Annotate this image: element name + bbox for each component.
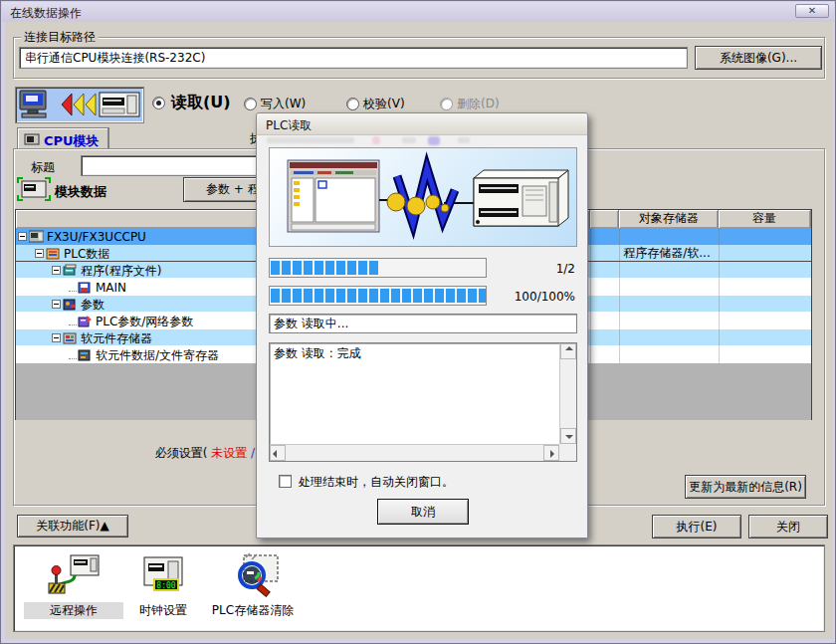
- tree-expander-icon[interactable]: [18, 232, 27, 241]
- device-data-icon: [78, 348, 93, 361]
- title-field-label: 标题: [31, 159, 55, 176]
- delete-radio-label: 删除(D): [457, 96, 500, 112]
- column-header-capacity[interactable]: 容量: [719, 210, 811, 228]
- tree-expander-icon[interactable]: [35, 249, 44, 258]
- tree-connector: [69, 350, 77, 359]
- tree-expander-icon[interactable]: [52, 266, 61, 275]
- write-radio-label: 写入(W): [261, 96, 306, 112]
- scroll-left-icon[interactable]: [270, 445, 286, 461]
- auto-close-checkbox[interactable]: [279, 475, 292, 488]
- tab-cpu-module[interactable]: CPU模块: [17, 127, 108, 149]
- refresh-info-button[interactable]: 更新为最新的信息(R): [685, 475, 806, 499]
- tree-connector: [69, 317, 77, 325]
- plc-memory-clear-label: PLC存储器清除: [198, 602, 308, 619]
- plc-read-dialog: PLC读取: [256, 112, 588, 538]
- clock-setting-item[interactable]: 8:00 时钟设置: [118, 553, 208, 619]
- file-progress-label: 1/2: [496, 262, 575, 276]
- tree-item-label: FX3U/FX3UCCPU: [47, 229, 146, 245]
- plc-cpu-icon: [29, 230, 44, 243]
- transfer-graphic: [269, 147, 577, 247]
- total-progress-label: 100/100%: [496, 290, 575, 304]
- capacity-cell: [719, 346, 811, 363]
- scroll-up-icon[interactable]: [560, 343, 576, 359]
- target-memory-cell: 程序存储器/软...: [619, 245, 719, 262]
- horizontal-scrollbar[interactable]: [270, 444, 559, 461]
- related-functions-panel: 远程操作 8:00 时钟设置 PLC存储器清除: [13, 544, 825, 632]
- scrollbar-corner: [559, 444, 576, 461]
- system-image-button[interactable]: 系统图像(G)...: [695, 46, 822, 70]
- capacity-cell: [719, 313, 811, 329]
- plc-read-dialog-titlebar[interactable]: PLC读取: [257, 113, 587, 135]
- auto-close-label: 处理结束时，自动关闭窗口。: [299, 474, 454, 491]
- tab-separator: [108, 127, 109, 148]
- connection-path-field[interactable]: 串行通信CPU模块连接(RS-232C): [19, 47, 688, 69]
- verify-radio-label: 校验(V): [363, 96, 405, 112]
- pc-to-plc-read-icon: [15, 87, 144, 123]
- target-memory-cell: [619, 329, 719, 346]
- svg-text:8:00: 8:00: [156, 581, 175, 590]
- capacity-cell: [719, 245, 811, 262]
- pc-read-plc-graphic-icon: [16, 88, 143, 122]
- connection-group-label: 连接目标路径: [21, 29, 99, 46]
- target-memory-cell: [619, 279, 719, 296]
- remote-operation-icon: [45, 553, 103, 597]
- watermark: [263, 135, 561, 145]
- cancel-button[interactable]: 取消: [377, 499, 469, 525]
- cpu-module-tab-icon: [24, 133, 40, 145]
- plc-network-param-icon: [78, 315, 93, 327]
- tree-item-label: 软元件数据/文件寄存器: [96, 347, 219, 363]
- column-header-hidden[interactable]: [590, 210, 619, 228]
- required-setting-legend: 必须设置( 未设置 /: [96, 445, 255, 462]
- file-progress-bar: [269, 258, 487, 278]
- device-memory-icon: [63, 331, 78, 344]
- main-program-icon: [78, 281, 93, 294]
- tree-item-label: PLC数据: [64, 246, 109, 262]
- write-radio[interactable]: [244, 98, 257, 110]
- log-text: 参数 读取 : 完成: [274, 345, 361, 362]
- delete-radio: [440, 98, 453, 110]
- execute-button[interactable]: 执行(E): [652, 515, 741, 538]
- plc-data-icon: [46, 247, 61, 260]
- capacity-cell: [719, 262, 811, 279]
- tree-expander-icon[interactable]: [52, 300, 61, 309]
- target-memory-cell: [619, 346, 719, 363]
- plc-memory-clear-icon: [222, 551, 284, 597]
- tree-item-label: 参数: [81, 297, 104, 313]
- total-progress-bar: [269, 286, 487, 306]
- read-radio[interactable]: [152, 97, 165, 109]
- tree-item-label: 程序(程序文件): [81, 263, 161, 279]
- scroll-down-icon[interactable]: [560, 428, 576, 444]
- tree-item-label: PLC参数/网络参数: [96, 314, 193, 329]
- related-functions-button[interactable]: 关联功能(F)▲: [17, 515, 128, 537]
- verify-radio[interactable]: [346, 98, 359, 110]
- target-memory-cell: [619, 228, 719, 245]
- not-set-text: 未设置: [211, 446, 247, 460]
- plc-memory-clear-item[interactable]: PLC存储器清除: [198, 551, 308, 619]
- capacity-cell: [719, 228, 811, 245]
- scroll-right-icon[interactable]: [543, 445, 559, 461]
- remote-operation-label: 远程操作: [24, 602, 123, 619]
- remote-operation-item[interactable]: 远程操作: [24, 553, 123, 619]
- window-close-icon[interactable]: ✕: [795, 4, 829, 18]
- capacity-cell: [719, 279, 811, 296]
- status-field: 参数 读取中...: [269, 314, 577, 333]
- clock-setting-label: 时钟设置: [118, 602, 208, 619]
- module-data-icon: [17, 177, 51, 201]
- window-titlebar[interactable]: 在线数据操作: [2, 2, 834, 22]
- tree-expander-icon[interactable]: [52, 333, 61, 342]
- tree-item-label: MAIN: [96, 280, 126, 296]
- plc-read-dialog-title: PLC读取: [266, 117, 312, 134]
- parameter-icon: [63, 298, 78, 311]
- column-header-target-memory[interactable]: 对象存储器: [619, 210, 719, 228]
- log-box[interactable]: 参数 读取 : 完成: [269, 342, 577, 462]
- read-radio-label: 读取(U): [171, 93, 231, 113]
- tree-connector: [69, 283, 77, 292]
- online-data-operation-window: 在线数据操作 ✕ 连接目标路径 串行通信CPU模块连接(RS-232C) 系统图…: [0, 0, 836, 644]
- tree-item-label: 软元件存储器: [81, 330, 152, 346]
- clock-setting-icon: 8:00: [136, 553, 190, 597]
- capacity-cell: [719, 296, 811, 313]
- target-memory-cell: [619, 313, 719, 329]
- capacity-cell: [719, 329, 811, 346]
- close-button[interactable]: 关闭: [748, 515, 828, 538]
- vertical-scrollbar[interactable]: [559, 343, 576, 444]
